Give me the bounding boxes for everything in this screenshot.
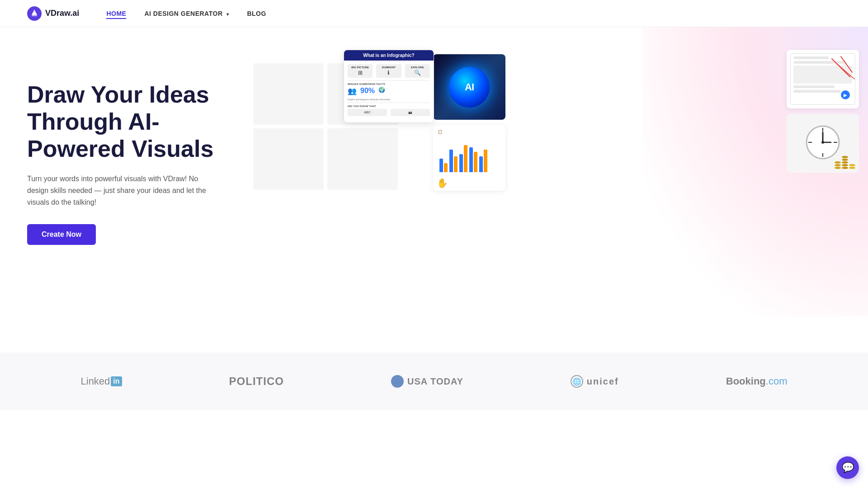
bar-orange-5 bbox=[484, 150, 487, 172]
infographic-cell-summary: SUMMARY ℹ bbox=[376, 64, 401, 78]
ai-text: AI bbox=[465, 81, 474, 93]
bar-group-3 bbox=[459, 145, 467, 172]
logos-section: Linked in POLITICO USA TODAY 🌐 unicef Bo… bbox=[0, 352, 868, 410]
nav-links: HOME AI DESIGN GENERATOR ▾ BLOG bbox=[106, 9, 266, 18]
info-text-1: Graphs and diagrams illustrate informati… bbox=[348, 98, 430, 101]
hero-subtitle: Turn your words into powerful visuals wi… bbox=[27, 173, 217, 208]
hero-content: Draw Your Ideas Through AI-Powered Visua… bbox=[27, 54, 253, 245]
logo[interactable]: VDraw.ai bbox=[27, 6, 79, 21]
bar-blue-2 bbox=[449, 150, 453, 172]
booking-text: Booking.com bbox=[726, 375, 788, 387]
ai-visual-card: AI bbox=[433, 54, 505, 120]
grid-cell-4 bbox=[327, 128, 398, 190]
linkedin-text: Linked bbox=[81, 375, 110, 387]
bar-blue-5 bbox=[479, 156, 483, 172]
bar-orange-4 bbox=[474, 152, 477, 172]
center-images: AI 📋 bbox=[433, 54, 505, 191]
nav-link-blog[interactable]: BLOG bbox=[247, 10, 266, 17]
linkedin-in-box: in bbox=[111, 376, 122, 386]
usatoday-text: USA TODAY bbox=[407, 376, 463, 387]
coin-stack-2 bbox=[842, 156, 848, 169]
infographic-cell-camera: 📷 bbox=[391, 109, 430, 116]
nav-link-ai-design[interactable]: AI DESIGN GENERATOR ▾ bbox=[144, 10, 229, 17]
booking-dot: .com bbox=[766, 375, 788, 387]
usatoday-circle bbox=[391, 375, 404, 388]
bar-blue-3 bbox=[459, 154, 463, 172]
booking-logo: Booking.com bbox=[726, 375, 788, 387]
hero-title: Draw Your Ideas Through AI-Powered Visua… bbox=[27, 81, 253, 162]
did-you-know-label: DID YOU KNOW THAT bbox=[348, 105, 430, 108]
globe-icon: 🌍 bbox=[378, 87, 385, 95]
bar-group-2 bbox=[449, 150, 458, 172]
stat-90: 90% bbox=[360, 87, 375, 95]
clock-svg bbox=[805, 124, 841, 160]
people-icon: 👥 bbox=[348, 87, 357, 95]
infographic-row-2: 👥 90% 🌍 bbox=[348, 87, 430, 95]
infographic-row-3: ABC 📷 bbox=[348, 109, 430, 116]
logo-icon bbox=[27, 6, 42, 21]
infographic-cell-abc: ABC bbox=[348, 109, 387, 116]
images-label: IMAGES SUMMARIZE FACTS bbox=[348, 83, 430, 85]
wf-line-3 bbox=[793, 85, 835, 88]
nav-item-blog[interactable]: BLOG bbox=[247, 9, 266, 18]
ai-orb: AI bbox=[449, 67, 490, 108]
hero-section: Draw Your Ideas Through AI-Powered Visua… bbox=[0, 27, 868, 316]
wf-rect-1 bbox=[793, 66, 852, 84]
coin-stack-1 bbox=[835, 161, 841, 169]
infographic-body: BIG PICTURE ⊞ SUMMARY ℹ EXPLORE 🔍 IMAGES… bbox=[344, 61, 434, 122]
chart-label: 📋 bbox=[438, 130, 501, 134]
bar-group-5 bbox=[479, 150, 487, 172]
coin-stack-3 bbox=[849, 164, 855, 169]
clock-card bbox=[787, 114, 859, 173]
bar-blue-4 bbox=[469, 147, 473, 172]
divider-1 bbox=[348, 80, 430, 81]
politico-text: POLITICO bbox=[229, 375, 284, 388]
coin-stacks bbox=[835, 156, 855, 169]
right-images: ▶ bbox=[787, 50, 859, 173]
nav-link-home[interactable]: HOME bbox=[106, 10, 126, 19]
nav-item-home[interactable]: HOME bbox=[106, 9, 126, 18]
booking-name: Booking bbox=[726, 375, 766, 387]
chart-bars bbox=[438, 136, 501, 172]
infographic-cell-explore: EXPLORE 🔍 bbox=[405, 64, 430, 78]
create-now-button[interactable]: Create Now bbox=[27, 224, 96, 245]
nav-item-ai-design[interactable]: AI DESIGN GENERATOR ▾ bbox=[144, 9, 229, 18]
logo-text: VDraw.ai bbox=[45, 9, 79, 18]
hand-icon: ✋ bbox=[437, 178, 448, 188]
infographic-popup: What is an Infographic? BIG PICTURE ⊞ SU… bbox=[344, 50, 434, 123]
svg-marker-2 bbox=[32, 13, 37, 16]
infographic-row-1: BIG PICTURE ⊞ SUMMARY ℹ EXPLORE 🔍 bbox=[348, 64, 430, 78]
infographic-header: What is an Infographic? bbox=[344, 50, 434, 61]
usatoday-logo: USA TODAY bbox=[391, 375, 463, 388]
bar-orange-1 bbox=[444, 163, 448, 172]
bar-blue-1 bbox=[439, 159, 443, 172]
bar-group-4 bbox=[469, 147, 477, 172]
linkedin-logo: Linked in bbox=[81, 375, 122, 387]
bar-orange-3 bbox=[464, 145, 467, 172]
chevron-down-icon: ▾ bbox=[226, 12, 229, 17]
wireframe-card: ▶ bbox=[787, 50, 859, 108]
wf-line-1 bbox=[793, 56, 829, 59]
infographic-cell-bigpicture: BIG PICTURE ⊞ bbox=[348, 64, 373, 78]
navbar: VDraw.ai HOME AI DESIGN GENERATOR ▾ BLOG bbox=[0, 0, 868, 27]
politico-logo: POLITICO bbox=[229, 375, 284, 388]
bar-orange-2 bbox=[454, 156, 458, 172]
chart-card: 📋 bbox=[433, 125, 505, 191]
unicef-logo: 🌐 unicef bbox=[571, 375, 619, 388]
unicef-globe-icon: 🌐 bbox=[571, 375, 583, 388]
grid-cell-1 bbox=[253, 63, 324, 125]
wf-line-2 bbox=[793, 61, 846, 64]
wf-arrow-icon: ▶ bbox=[841, 90, 850, 99]
grid-cell-3 bbox=[253, 128, 324, 190]
bar-group-1 bbox=[439, 159, 448, 172]
divider-2 bbox=[348, 103, 430, 103]
unicef-text: unicef bbox=[587, 376, 619, 387]
wf-line-4 bbox=[793, 90, 840, 93]
